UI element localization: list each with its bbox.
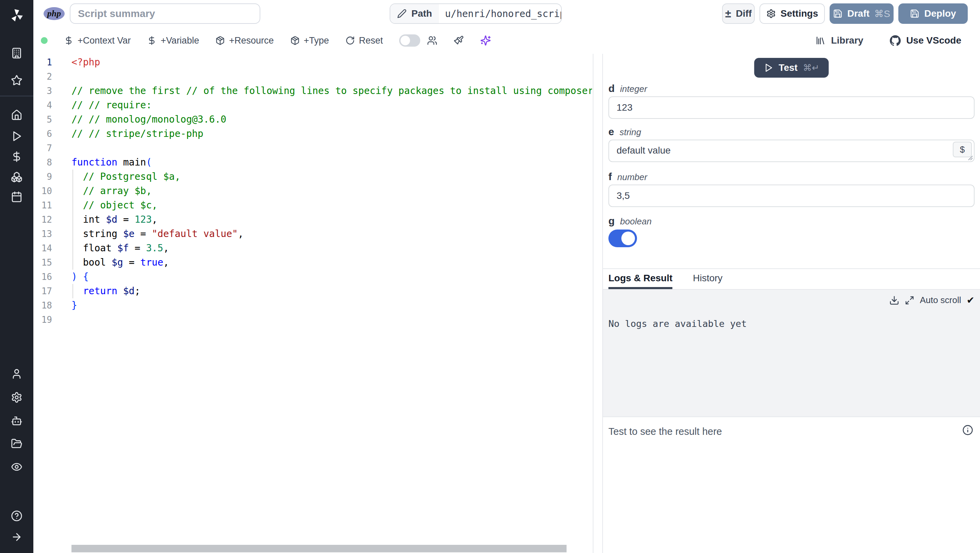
code-line[interactable]: // remove the first // of the following … [72, 84, 592, 98]
field-d-input[interactable] [608, 96, 975, 119]
home-icon[interactable] [0, 109, 33, 121]
script-path-button[interactable]: Path u/henri/honored_script [390, 3, 562, 24]
tab-history[interactable]: History [693, 269, 722, 289]
diff-icon: ± [725, 8, 731, 19]
info-icon[interactable] [962, 425, 973, 435]
code-line[interactable]: bool $g = true, [72, 255, 592, 270]
code-editor[interactable]: 12345678910111213141516171819 <?php// re… [33, 54, 593, 553]
code-line[interactable]: return $d; [72, 284, 592, 298]
test-shortcut: ⌘↵ [803, 63, 819, 73]
field-f-input[interactable] [608, 185, 975, 207]
resources-boxes-icon[interactable] [0, 171, 33, 183]
code-line[interactable]: // // require: [72, 98, 592, 112]
help-icon[interactable] [0, 510, 33, 522]
sidebar-divider [0, 96, 33, 96]
php-language-badge: php [43, 7, 65, 20]
field-g: g boolean [608, 215, 975, 247]
folders-icon[interactable] [0, 438, 33, 449]
download-logs-icon[interactable] [889, 295, 899, 306]
deploy-button[interactable]: Deploy [898, 3, 968, 24]
code-lines[interactable]: <?php// remove the first // of the follo… [72, 55, 592, 327]
add-type-button[interactable]: +Type [290, 35, 329, 46]
user-icon[interactable] [0, 368, 33, 380]
panel-splitter[interactable] [593, 54, 603, 553]
save-icon [910, 9, 920, 18]
expand-logs-icon[interactable] [905, 296, 914, 305]
add-context-var-button[interactable]: +Context Var [64, 35, 130, 46]
variables-dollar-icon[interactable] [0, 151, 33, 163]
field-e-name: e [608, 126, 614, 137]
code-line[interactable] [72, 312, 592, 327]
code-line[interactable]: <?php [72, 55, 592, 70]
workspace-building-icon[interactable] [0, 47, 33, 59]
code-line[interactable]: string $e = "default value", [72, 227, 592, 241]
users-icon [427, 35, 437, 46]
code-line[interactable]: // array $b, [72, 184, 592, 198]
auto-scroll-check-icon[interactable]: ✔ [967, 295, 975, 306]
code-line[interactable]: // // monolog/monolog@3.6.0 [72, 112, 592, 127]
line-number: 13 [33, 227, 72, 241]
code-line[interactable]: float $f = 3.5, [72, 241, 592, 255]
dollar-icon [147, 36, 156, 45]
settings-gear-icon[interactable] [0, 392, 33, 403]
draft-shortcut: ⌘S [874, 8, 890, 19]
format-brush-icon[interactable] [453, 35, 464, 46]
code-line[interactable]: ) { [72, 270, 592, 284]
ai-sparkles-icon[interactable] [480, 35, 491, 46]
package-icon [290, 36, 300, 45]
code-line[interactable] [72, 70, 592, 84]
favorites-star-icon[interactable] [0, 75, 33, 86]
line-number: 18 [33, 298, 72, 312]
runs-play-icon[interactable] [0, 131, 33, 142]
status-dot [41, 37, 48, 44]
library-button[interactable]: Library [815, 35, 863, 46]
diff-button[interactable]: ± Diff [722, 3, 755, 24]
field-d: d integer [608, 83, 975, 119]
field-e: e string default value $ [608, 126, 975, 162]
logs-empty-text: No logs are available yet [608, 319, 746, 329]
field-g-toggle[interactable] [608, 229, 637, 247]
workers-robot-icon[interactable] [0, 415, 33, 427]
use-vscode-button[interactable]: Use VScode [890, 35, 961, 46]
code-line[interactable]: int $d = 123, [72, 212, 592, 227]
code-line[interactable]: // Postgresql $a, [72, 170, 592, 184]
code-line[interactable]: function main( [72, 155, 592, 170]
reset-button[interactable]: Reset [345, 35, 383, 46]
code-line[interactable] [72, 141, 592, 155]
auto-scroll-label[interactable]: Auto scroll [920, 295, 961, 306]
audit-eye-icon[interactable] [0, 461, 33, 473]
path-label: Path [411, 8, 432, 19]
collapse-arrow-icon[interactable] [0, 531, 33, 543]
resize-grip-icon[interactable] [968, 155, 973, 161]
result-tabs: Logs & Result History [603, 268, 980, 290]
editor-toolbar: +Context Var +Variable +Resource +Type R… [33, 27, 980, 54]
github-icon [890, 35, 901, 46]
script-summary-input[interactable] [70, 3, 260, 24]
rotate-icon [345, 36, 355, 45]
pencil-icon [397, 9, 407, 18]
draft-button[interactable]: Draft ⌘S [830, 3, 894, 24]
line-number: 2 [33, 70, 72, 84]
code-line[interactable]: } [72, 298, 592, 312]
add-resource-button[interactable]: +Resource [215, 35, 274, 46]
line-number: 8 [33, 155, 72, 170]
test-button[interactable]: Test ⌘↵ [754, 58, 829, 78]
library-icon [815, 35, 826, 46]
field-f: f number [608, 171, 975, 207]
multiplayer-toggle[interactable] [399, 34, 420, 47]
gear-icon [766, 9, 776, 18]
tab-logs-result[interactable]: Logs & Result [608, 269, 672, 289]
add-variable-button[interactable]: +Variable [147, 35, 199, 46]
settings-button[interactable]: Settings [759, 3, 825, 24]
line-numbers: 12345678910111213141516171819 [33, 55, 72, 327]
field-e-textarea[interactable]: default value [608, 140, 975, 162]
line-number: 1 [33, 55, 72, 70]
result-placeholder-text: Test to see the result here [608, 426, 722, 437]
windmill-logo[interactable] [0, 8, 33, 23]
line-number: 12 [33, 212, 72, 227]
schedules-calendar-icon[interactable] [0, 191, 33, 202]
horizontal-scrollbar[interactable] [72, 545, 566, 552]
code-line[interactable]: // // stripe/stripe-php [72, 127, 592, 141]
code-line[interactable]: // object $c, [72, 198, 592, 212]
result-pane: Test to see the result here [603, 417, 980, 553]
